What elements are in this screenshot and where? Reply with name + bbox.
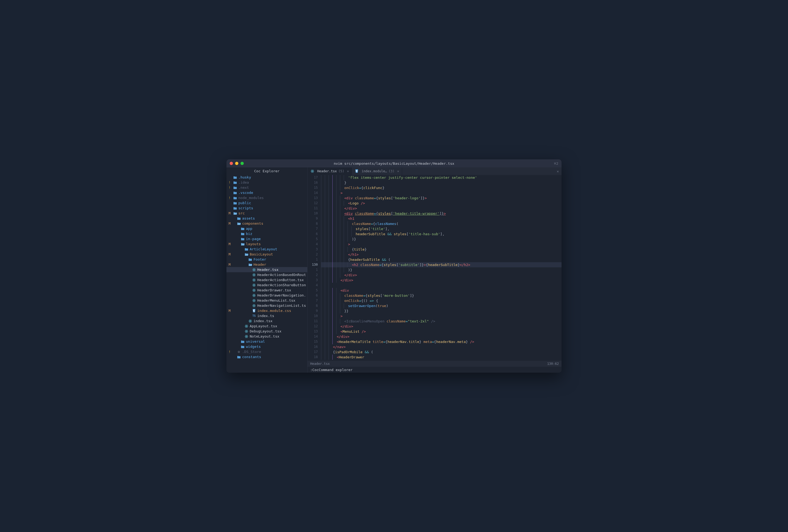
code-line[interactable]: <HeaderDrawer [321,354,562,360]
tree-file[interactable]: HeaderActionButton.tsx [226,277,307,283]
tree-file[interactable]: index.tsx [226,319,307,324]
tree-folder[interactable]: .vscode [226,190,307,195]
code-text: <HeaderDrawer [336,354,364,360]
code-line[interactable]: </div> [321,324,562,329]
code-line[interactable]: styles['title'], [321,226,562,231]
code-line[interactable]: 'flex items-center justify-center cursor… [321,175,562,180]
close-tab-icon[interactable]: ✕ [347,169,349,173]
code-line[interactable]: <div className={styles['header-logo']}> [321,196,562,201]
code-line[interactable]: onClick={clickFunc} [321,185,562,190]
tree-file[interactable]: HeaderActionShareButton [226,283,307,288]
tree-folder[interactable]: constants [226,354,307,360]
code-line[interactable]: <div className={styles['header-title-wra… [321,211,562,216]
code-text: )} [351,237,356,242]
tree-folder[interactable]: scripts [226,205,307,211]
file-tree[interactable]: .husky!.idea!.next.vscode!node_modulespu… [226,175,307,373]
close-tab-icon[interactable]: ✕ [397,169,399,173]
command-line[interactable]: :CocCommand explorer [308,367,562,373]
code-line[interactable]: <MenuList /> [321,329,562,334]
tree-file[interactable]: Header.tsx [226,267,307,272]
tree-folder[interactable]: biz [226,231,307,236]
tree-folder[interactable]: Mcomponents [226,221,307,226]
tree-folder[interactable]: universal [226,339,307,344]
code-line[interactable]: onClick={() => { [321,298,562,303]
tree-folder[interactable]: !.next [226,185,307,190]
tree-folder[interactable]: Footer [226,257,307,262]
tree-folder[interactable]: Mlayouts [226,241,307,247]
code-line[interactable]: > [321,313,562,319]
svg-point-12 [254,285,254,285]
tree-folder[interactable]: MHeader [226,262,307,267]
git-status-indicator: ! [229,186,233,189]
close-all-tabs-icon[interactable]: ✕ [554,167,562,175]
line-number: 5 [308,237,318,242]
code-line[interactable]: <div [321,288,562,293]
minimize-window-button[interactable] [235,162,238,165]
code-line[interactable]: </nav> [321,344,562,349]
svg-point-36 [246,326,247,326]
tree-folder[interactable]: !.idea [226,180,307,185]
tree-folder[interactable]: MBasicLayout [226,252,307,257]
code-line[interactable]: headerSubTitle && styles['title-has-sub'… [321,231,562,237]
tree-folder[interactable]: public [226,200,307,205]
tree-file[interactable]: NoteLayout.tsx [226,334,307,339]
code-line[interactable]: )} [321,237,562,242]
code-text: </h1> [348,252,359,257]
code-line[interactable]: setDrawerOpen(true) [321,303,562,308]
code-line[interactable]: </div> [321,278,562,283]
editor-tab[interactable]: index.module…(3)✕ [352,167,402,175]
tree-folder[interactable]: assets [226,216,307,221]
code-line[interactable]: <Logo /> [321,201,562,206]
react-icon [252,268,256,272]
tree-file[interactable]: Mindex.module.css [226,308,307,313]
code-line[interactable]: </div> [321,272,562,278]
maximize-window-button[interactable] [240,162,244,165]
code-line[interactable]: > [321,242,562,247]
code-line[interactable]: {isPadOrMobile && ( [321,349,562,354]
tree-file[interactable]: HeaderDrawer.tsx [226,288,307,293]
tree-folder[interactable]: app [226,226,307,231]
code-line[interactable]: {headerSubTitle && ( [321,257,562,262]
code-line[interactable]: } [321,180,562,185]
tree-file[interactable]: !⚙.DS_Store [226,349,307,354]
code-line[interactable]: </div> [321,334,562,339]
code-line[interactable]: <HeaderMetaTitle title={headerNav.title}… [321,339,562,344]
tree-item-label: biz [246,232,252,236]
tree-file[interactable]: DebugLayout.tsx [226,329,307,334]
code-line[interactable]: <h2 className={styles['subtitle']}>{head… [321,262,562,267]
code-line[interactable]: {title} [321,247,562,252]
code-line[interactable]: </div> [321,206,562,211]
svg-point-20 [254,295,254,295]
tree-item-label: index.module.css [257,309,291,313]
code-line[interactable]: <IcBaselineMenuOpen className="text-2xl"… [321,319,562,324]
code-line[interactable] [321,283,562,288]
tree-file[interactable]: HeaderActionBasedOnRout [226,272,307,277]
code-content[interactable]: 'flex items-center justify-center cursor… [321,175,562,361]
svg-point-16 [254,290,254,290]
code-line[interactable]: > [321,190,562,196]
tree-folder[interactable]: .husky [226,175,307,180]
editor-tab[interactable]: Header.tsx(5)✕ [308,167,352,175]
tree-folder[interactable]: widgets [226,344,307,349]
code-line[interactable]: <h1 [321,216,562,221]
tree-file[interactable]: AppLayout.tsx [226,324,307,329]
tree-file[interactable]: HeaderMenuList.tsx [226,298,307,303]
editor-viewport[interactable]: 1716151413121110987654321130123456789101… [308,175,562,361]
code-line[interactable]: </h1> [321,252,562,257]
code-line[interactable]: )} [321,267,562,272]
close-window-button[interactable] [230,162,233,165]
code-line[interactable]: className={styles['more-button']} [321,293,562,298]
tree-file[interactable]: HeaderNavigationList.ts [226,303,307,308]
tree-file[interactable]: HeaderDrawerNavigation. [226,293,307,298]
tree-file[interactable]: TSindex.ts [226,313,307,319]
code-line[interactable]: }} [321,308,562,313]
folder-icon [233,186,237,189]
tree-folder[interactable]: ArticleLayout [226,247,307,252]
code-line[interactable]: className={classNames( [321,221,562,226]
css-icon [355,169,359,173]
tree-folder[interactable]: Msrc [226,211,307,216]
line-number: 3 [308,278,318,283]
folder-icon [233,196,237,200]
tree-folder[interactable]: in-page [226,236,307,241]
tree-folder[interactable]: !node_modules [226,195,307,200]
